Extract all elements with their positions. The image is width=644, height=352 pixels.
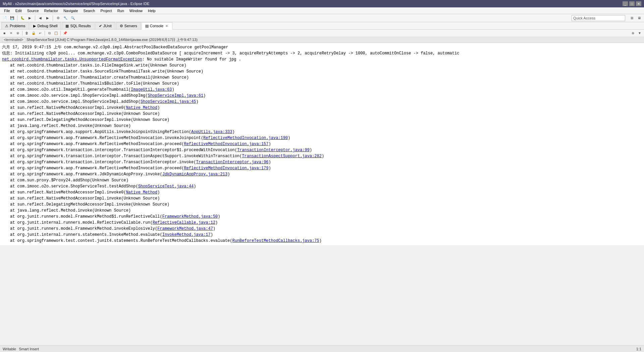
- menu-edit[interactable]: Edit: [13, 8, 24, 13]
- toolbar-extra-3[interactable]: 🔍: [69, 15, 76, 21]
- stack-trace-link[interactable]: Native Method: [126, 105, 158, 110]
- console-line: at org.springframework.aop.framework.Jdk…: [2, 171, 642, 177]
- stack-trace-link[interactable]: Native Method: [126, 190, 158, 195]
- main-toolbar: 📄 💾 🐛 ▶ ◀ ▶ ⚙ 🔧 🔍 Quick Access ⊞ 🖥: [0, 14, 644, 22]
- console-line: at sun.reflect.NativeMethodAccessorImpl.…: [2, 105, 642, 111]
- console-line: at org.springframework.transaction.inter…: [2, 147, 642, 153]
- stack-trace-link[interactable]: TransactionAspectSupport.java:282: [242, 154, 322, 159]
- stack-trace-link[interactable]: ShopServiceImpl.java:45: [141, 99, 196, 104]
- save-button[interactable]: 💾: [9, 15, 15, 21]
- con-copy[interactable]: ⧉: [46, 30, 52, 36]
- stack-trace-link[interactable]: ShopServiceTest.java:44: [138, 184, 194, 189]
- perspective-button[interactable]: ⊞: [629, 15, 635, 21]
- debug-button[interactable]: 🐛: [19, 15, 26, 21]
- stack-trace-link[interactable]: FrameworkMethod.java:47: [157, 226, 213, 231]
- console-line: 六月 17, 2019 9:47:15 上午 com.mchange.v2.c3…: [2, 44, 642, 50]
- run-button[interactable]: ▶: [26, 15, 33, 21]
- console-line: at sun.reflect.NativeMethodAccessorImpl.…: [2, 111, 642, 117]
- quick-access-box[interactable]: Quick Access: [572, 15, 625, 21]
- new-button[interactable]: 📄: [1, 15, 8, 21]
- con-remove-all[interactable]: ⊗: [15, 30, 21, 36]
- stack-trace-link[interactable]: ReflectiveMethodInvocation.java:157: [184, 142, 268, 146]
- stack-trace-link[interactable]: FrameworkMethod.java:50: [162, 214, 218, 219]
- console-line: at com.sun.proxy.$Proxy24.addShop(Unknow…: [2, 177, 642, 183]
- console-line: at org.springframework.aop.framework.Ref…: [2, 141, 642, 147]
- close-button[interactable]: ✕: [636, 1, 641, 6]
- console-line: at org.springframework.aop.support.AopUt…: [2, 129, 642, 135]
- stack-trace-link[interactable]: ReflectiveMethodInvocation.java:190: [203, 136, 288, 140]
- con-terminate[interactable]: ■: [1, 30, 7, 36]
- back-button[interactable]: ◀: [37, 15, 44, 21]
- stack-trace-link[interactable]: ImageUtil.java:63: [131, 87, 172, 92]
- cursor-position: 1:1: [636, 347, 641, 351]
- con-display-console[interactable]: ▼: [637, 30, 643, 36]
- forward-button[interactable]: ▶: [44, 15, 51, 21]
- con-word-wrap[interactable]: ↵: [37, 30, 43, 36]
- minimize-button[interactable]: _: [623, 1, 628, 6]
- maximize-button[interactable]: □: [629, 1, 635, 6]
- tab-servers[interactable]: ⚙ Servers: [116, 22, 141, 29]
- tab-sql-results[interactable]: ▦ SQL Results: [62, 22, 94, 29]
- stack-trace-link[interactable]: ReflectiveMethodInvocation.java:179: [184, 166, 268, 171]
- toolbar-extra-1[interactable]: ⚙: [55, 15, 61, 21]
- console-line: at org.springframework.aop.framework.Ref…: [2, 165, 642, 171]
- bottom-status-bar: Writable Smart Insert 1:1: [0, 345, 644, 352]
- con-clear[interactable]: 🗑: [24, 30, 30, 36]
- console-line: at net.coobird.thumbnailator.Thumbnailat…: [2, 75, 642, 81]
- tab-debug-shell[interactable]: ▶ Debug Shell: [30, 22, 61, 29]
- menu-run[interactable]: Run: [115, 8, 127, 13]
- con-remove[interactable]: ✕: [8, 30, 14, 36]
- menu-help[interactable]: Help: [145, 8, 158, 13]
- open-perspective[interactable]: 🖥: [636, 15, 643, 21]
- stack-trace-link[interactable]: ShopServiceImpl.java:61: [148, 93, 203, 98]
- toolbar-sep-2: [35, 15, 35, 21]
- tab-console-label: Console: [150, 24, 163, 28]
- con-scroll-lock[interactable]: 🔒: [31, 30, 37, 36]
- stack-trace-link[interactable]: TransactionInterceptor.java:99: [237, 148, 310, 152]
- tab-console[interactable]: ▤ Console ✕: [142, 22, 172, 30]
- menu-source[interactable]: Source: [24, 8, 42, 13]
- console-line: at com.imooc.o2o.util.ImageUtil.generate…: [2, 87, 642, 93]
- problems-icon: ⚠: [5, 24, 8, 28]
- tabs-bar: ⚠ Problems ▶ Debug Shell ▦ SQL Results ✔…: [0, 22, 644, 30]
- con-sep-2: [45, 31, 45, 36]
- menu-window[interactable]: Window: [127, 8, 145, 13]
- stack-trace-link[interactable]: JdkDynamicAopProxy.java:213: [162, 172, 227, 177]
- console-line: at com.imooc.o2o.service.ShopServiceTest…: [2, 183, 642, 189]
- toolbar-extra-2[interactable]: 🔧: [62, 15, 69, 21]
- toolbar-sep-1: [17, 15, 17, 21]
- menu-search[interactable]: Search: [81, 8, 98, 13]
- con-paste[interactable]: 📋: [53, 30, 59, 36]
- menu-refactor[interactable]: Refactor: [42, 8, 61, 13]
- status-right: 1:1: [636, 347, 641, 351]
- console-line: at org.springframework.test.context.juni…: [2, 238, 642, 244]
- stack-trace-link[interactable]: AopUtils.java:333: [191, 130, 232, 134]
- con-pin[interactable]: 📌: [62, 30, 68, 36]
- menu-project[interactable]: Project: [98, 8, 114, 13]
- menu-file[interactable]: File: [1, 8, 13, 13]
- stack-trace-link[interactable]: ReflectiveCallable.java:12: [153, 220, 215, 225]
- tab-problems[interactable]: ⚠ Problems: [1, 22, 29, 29]
- stack-trace-link[interactable]: TransactionInterceptor.java:96: [196, 160, 269, 165]
- tab-console-close[interactable]: ✕: [165, 24, 169, 28]
- status-writable: Writable: [3, 347, 16, 351]
- console-line: at org.springframework.transaction.inter…: [2, 159, 642, 165]
- console-line: at java.lang.reflect.Method.invoke(Unkno…: [2, 208, 642, 214]
- stack-trace-link[interactable]: RunBeforeTestMethodCallbacks.java:75: [232, 238, 319, 243]
- console-line: at sun.reflect.DelegatingMethodAccessorI…: [2, 202, 642, 208]
- sql-results-icon: ▦: [65, 24, 69, 28]
- console-line: at java.lang.reflect.Method.invoke(Unkno…: [2, 123, 642, 129]
- terminated-label: <terminated>: [2, 38, 25, 42]
- menu-navigate[interactable]: Navigate: [61, 8, 80, 13]
- status-strip: <terminated> ShopServiceTest [JUnit] C:\…: [0, 37, 644, 43]
- tab-junit-label: JUnit: [103, 24, 112, 28]
- error-link[interactable]: net.coobird.thumbnailator.tasks.Unsuppor…: [2, 57, 142, 62]
- console-output[interactable]: 六月 17, 2019 9:47:15 上午 com.mchange.v2.c3…: [0, 43, 644, 245]
- menu-bar: File Edit Source Refactor Navigate Searc…: [0, 7, 644, 14]
- test-info: ShopServiceTest [JUnit] C:\Program Files…: [26, 37, 198, 42]
- con-open-console[interactable]: ⊕: [630, 30, 636, 36]
- stack-trace-link[interactable]: InvokeMethod.java:17: [162, 232, 211, 237]
- tab-junit[interactable]: ✔ JUnit: [95, 22, 115, 29]
- tab-sql-results-label: SQL Results: [70, 24, 91, 28]
- toolbar-sep-3: [53, 15, 53, 21]
